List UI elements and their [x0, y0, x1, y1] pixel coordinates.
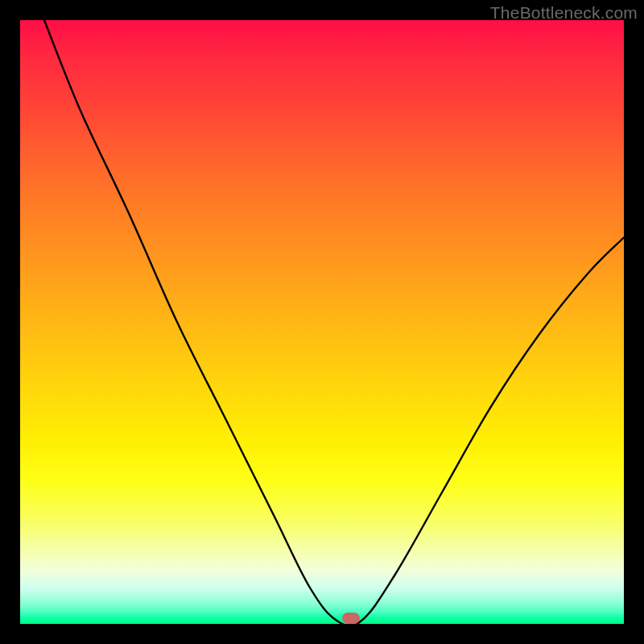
bottleneck-curve: [20, 20, 624, 624]
plot-area: [20, 20, 624, 624]
chart-frame: TheBottleneck.com: [0, 0, 644, 644]
curve-path: [44, 20, 624, 626]
bottleneck-marker: [342, 613, 360, 624]
